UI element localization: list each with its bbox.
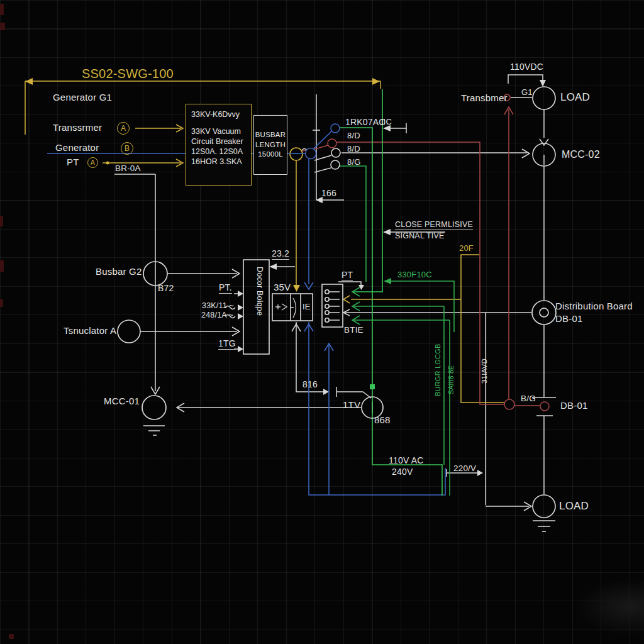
label-circle-x: A xyxy=(87,157,98,168)
label-v220: 220/V xyxy=(453,464,476,473)
label-generator-g1: Generator G1 xyxy=(53,92,112,103)
label-g1: G1 xyxy=(521,87,533,97)
label-tg-1: 1TG xyxy=(218,338,236,350)
label-b72: B72 xyxy=(158,283,174,293)
label-br-0a: BR-0A xyxy=(115,164,141,173)
label-dim-330f10c: 330F10C xyxy=(397,270,432,279)
label-circle-b: B xyxy=(121,142,133,155)
label-ratio-33k11: 33K/11 ~ xyxy=(202,301,234,310)
edge-artifact xyxy=(0,260,4,272)
label-bg-1: 8/G xyxy=(347,157,361,167)
label-mcc-02: MCC-02 xyxy=(562,149,600,160)
label-bd-2: 8/D xyxy=(347,144,360,153)
label-bd-1: 8/D xyxy=(347,131,360,140)
label-vert-burgr: BURGR LGCGB xyxy=(434,344,441,397)
label-transformer-a: Transsrmer xyxy=(53,122,102,133)
label-n868: 868 xyxy=(374,414,391,425)
edge-artifact xyxy=(0,216,3,226)
label-busbar-g2: Busbar G2 xyxy=(96,266,142,277)
label-circle-a: A xyxy=(117,122,130,135)
label-sw-1rk07ac: 1RK07AC xyxy=(345,117,386,127)
label-ie: IE xyxy=(303,302,311,311)
label-btie: BTIE xyxy=(344,325,364,335)
label-mcc-01: MCC-01 xyxy=(104,396,140,406)
label-tv-1: 1TV xyxy=(343,399,360,410)
label-v240: 240V xyxy=(392,467,413,477)
label-dim-816: 816 xyxy=(303,379,318,389)
label-title: SS02-SWG-100 xyxy=(82,67,174,81)
label-v35: 35V xyxy=(274,282,291,292)
label-v110ac: 110V AC xyxy=(389,455,424,465)
label-vtext-box-label: Docor Boiqpe xyxy=(255,267,264,316)
label-dim-20f: 20F xyxy=(459,243,474,253)
label-generator-b: Generator xyxy=(55,142,99,153)
edge-artifact xyxy=(9,634,14,639)
label-transbmer: Transbmer xyxy=(461,92,508,103)
label-load-top: LOAD xyxy=(560,91,590,104)
label-close-permissive: CLOSE PERMLISIVE xyxy=(395,220,473,230)
label-pt-box: PT. xyxy=(219,282,232,294)
edge-artifact xyxy=(0,23,5,30)
label-pt-left: PT xyxy=(67,157,79,167)
label-vert-31iavd: 31IAVD xyxy=(480,358,488,384)
label-v110dc: 110VDC xyxy=(510,62,543,72)
label-pt-connector: PT xyxy=(341,270,353,281)
label-iic: IIC xyxy=(381,117,392,126)
diagram-canvas: 33KV-K6Dvvy 33KV Vacuum Circuit Breaker … xyxy=(0,0,644,644)
label-distribution-board: Distribution Board xyxy=(555,301,633,311)
label-dim-232: 23.2 xyxy=(272,248,289,260)
label-load-bottom: LOAD xyxy=(559,500,589,513)
label-tsnuclator-a: Tsnuclator A xyxy=(64,325,116,336)
label-ratio-2481a: 248/1A ~ xyxy=(201,311,233,319)
label-bg-2: B/G xyxy=(521,394,536,403)
edge-artifact xyxy=(0,4,4,15)
label-dim-166: 166 xyxy=(321,188,336,198)
label-db-01-node: DB-01 xyxy=(560,400,588,411)
label-db-01: DB-01 xyxy=(555,313,583,324)
label-vert-saiii: SAIII8 8E xyxy=(447,365,455,394)
label-signal-tive: SIGNAL TIVE xyxy=(395,231,445,240)
edge-artifact xyxy=(0,299,3,307)
labels-layer: SS02-SWG-100Generator G1TranssrmerAGener… xyxy=(0,0,644,644)
